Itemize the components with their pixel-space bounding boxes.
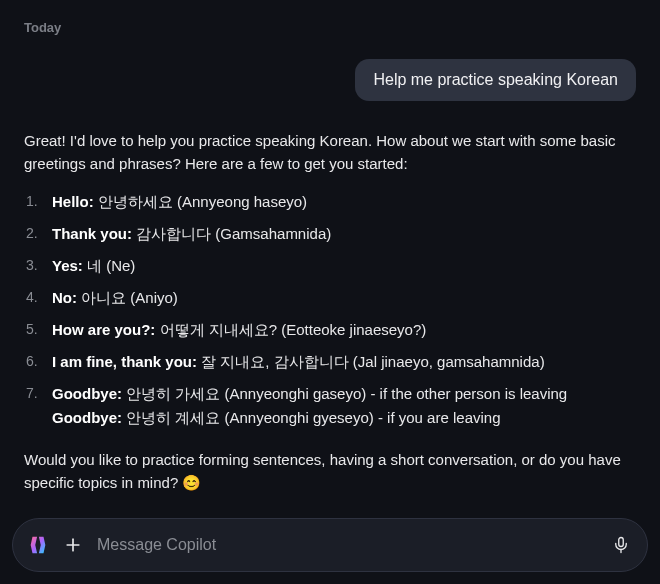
phrase-label: Hello:: [52, 193, 94, 210]
phrase-list: Hello: 안녕하세요 (Annyeong haseyo) Thank you…: [24, 190, 636, 430]
phrase-label: Thank you:: [52, 225, 132, 242]
assistant-message: Great! I'd love to help you practice spe…: [24, 129, 636, 494]
phrase-body: 안녕하세요 (Annyeong haseyo): [94, 193, 307, 210]
list-item: Thank you: 감사합니다 (Gamsahamnida): [24, 222, 636, 246]
phrase-label: How are you?:: [52, 321, 155, 338]
list-item: How are you?: 어떻게 지내세요? (Eotteoke jinaes…: [24, 318, 636, 342]
user-message-bubble: Help me practice speaking Korean: [355, 59, 636, 101]
add-attachment-button[interactable]: [61, 533, 85, 557]
phrase-label: Goodbye:: [52, 409, 122, 426]
date-separator: Today: [24, 20, 636, 35]
list-item: I am fine, thank you: 잘 지내요, 감사합니다 (Jal …: [24, 350, 636, 374]
list-item: No: 아니요 (Aniyo): [24, 286, 636, 310]
phrase-body: 잘 지내요, 감사합니다 (Jal jinaeyo, gamsahamnida): [197, 353, 545, 370]
phrase-label: No:: [52, 289, 77, 306]
phrase-body: 안녕히 가세요 (Annyeonghi gaseyo) - if the oth…: [122, 385, 567, 402]
phrase-body: 어떻게 지내세요? (Eotteoke jinaeseyo?): [155, 321, 426, 338]
phrase-label: Yes:: [52, 257, 83, 274]
phrase-label: I am fine, thank you:: [52, 353, 197, 370]
phrase-body: 안녕히 계세요 (Annyeonghi gyeseyo) - if you ar…: [122, 409, 501, 426]
message-input[interactable]: [97, 536, 597, 554]
chat-scroll-area: Today Help me practice speaking Korean G…: [0, 0, 660, 518]
phrase-body: 아니요 (Aniyo): [77, 289, 178, 306]
copilot-logo-icon: [27, 534, 49, 556]
composer: [12, 518, 648, 572]
list-item: Hello: 안녕하세요 (Annyeong haseyo): [24, 190, 636, 214]
assistant-intro: Great! I'd love to help you practice spe…: [24, 129, 636, 176]
svg-rect-2: [619, 538, 624, 547]
microphone-button[interactable]: [609, 533, 633, 557]
user-message-row: Help me practice speaking Korean: [24, 59, 636, 101]
phrase-label: Goodbye:: [52, 385, 122, 402]
assistant-outro: Would you like to practice forming sente…: [24, 448, 636, 495]
list-item: Yes: 네 (Ne): [24, 254, 636, 278]
phrase-body: 네 (Ne): [83, 257, 136, 274]
phrase-body: 감사합니다 (Gamsahamnida): [132, 225, 331, 242]
list-item: Goodbye: 안녕히 가세요 (Annyeonghi gaseyo) - i…: [24, 382, 636, 430]
